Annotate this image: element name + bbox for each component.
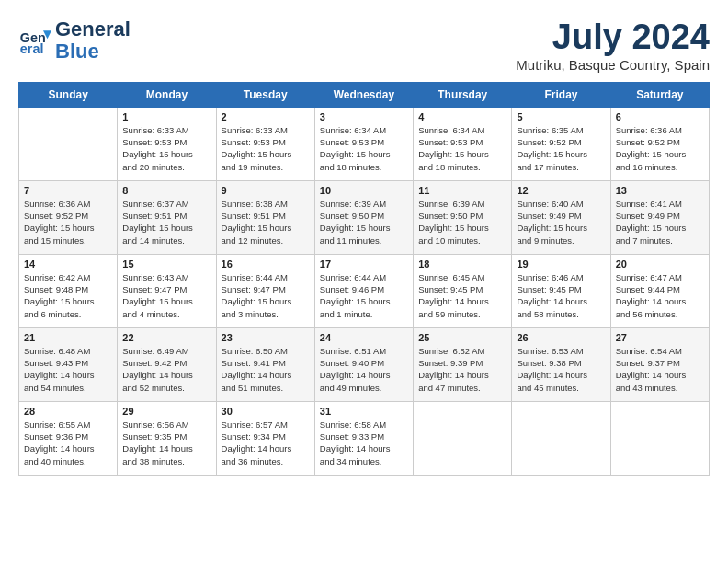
calendar-cell: 4Sunrise: 6:34 AM Sunset: 9:53 PM Daylig… bbox=[414, 107, 512, 180]
calendar-cell: 7Sunrise: 6:36 AM Sunset: 9:52 PM Daylig… bbox=[19, 180, 118, 254]
cell-content: Sunrise: 6:36 AM Sunset: 9:52 PM Dayligh… bbox=[616, 124, 704, 173]
calendar-cell: 9Sunrise: 6:38 AM Sunset: 9:51 PM Daylig… bbox=[216, 180, 314, 254]
calendar-cell: 3Sunrise: 6:34 AM Sunset: 9:53 PM Daylig… bbox=[314, 107, 413, 180]
day-number: 27 bbox=[616, 332, 704, 343]
calendar-cell: 14Sunrise: 6:42 AM Sunset: 9:48 PM Dayli… bbox=[19, 254, 118, 327]
week-row-3: 14Sunrise: 6:42 AM Sunset: 9:48 PM Dayli… bbox=[19, 254, 710, 327]
day-number: 19 bbox=[517, 259, 605, 270]
cell-content: Sunrise: 6:36 AM Sunset: 9:52 PM Dayligh… bbox=[24, 198, 112, 247]
cell-content: Sunrise: 6:50 AM Sunset: 9:41 PM Dayligh… bbox=[222, 345, 310, 394]
calendar-cell bbox=[610, 401, 709, 475]
logo-icon: Gen eral bbox=[18, 24, 51, 57]
calendar-cell: 29Sunrise: 6:56 AM Sunset: 9:35 PM Dayli… bbox=[118, 401, 216, 475]
calendar-cell: 22Sunrise: 6:49 AM Sunset: 9:42 PM Dayli… bbox=[118, 327, 216, 401]
logo: Gen eral General Blue bbox=[18, 18, 131, 63]
calendar-cell: 2Sunrise: 6:33 AM Sunset: 9:53 PM Daylig… bbox=[216, 107, 314, 180]
cell-content: Sunrise: 6:35 AM Sunset: 9:52 PM Dayligh… bbox=[517, 124, 605, 173]
calendar-table: SundayMondayTuesdayWednesdayThursdayFrid… bbox=[18, 82, 710, 476]
calendar-cell bbox=[19, 107, 118, 180]
cell-content: Sunrise: 6:47 AM Sunset: 9:44 PM Dayligh… bbox=[616, 271, 704, 320]
title-block: July 2024 Mutriku, Basque Country, Spain bbox=[516, 18, 710, 73]
cell-content: Sunrise: 6:33 AM Sunset: 9:53 PM Dayligh… bbox=[222, 124, 310, 173]
cell-content: Sunrise: 6:49 AM Sunset: 9:42 PM Dayligh… bbox=[122, 345, 210, 394]
header-day-tuesday: Tuesday bbox=[216, 82, 314, 107]
cell-content: Sunrise: 6:44 AM Sunset: 9:47 PM Dayligh… bbox=[222, 271, 310, 320]
logo-text: General Blue bbox=[55, 18, 131, 63]
calendar-cell: 19Sunrise: 6:46 AM Sunset: 9:45 PM Dayli… bbox=[512, 254, 610, 327]
calendar-cell: 18Sunrise: 6:45 AM Sunset: 9:45 PM Dayli… bbox=[414, 254, 512, 327]
cell-content: Sunrise: 6:44 AM Sunset: 9:46 PM Dayligh… bbox=[320, 271, 408, 320]
cell-content: Sunrise: 6:46 AM Sunset: 9:45 PM Dayligh… bbox=[517, 271, 605, 320]
cell-content: Sunrise: 6:34 AM Sunset: 9:53 PM Dayligh… bbox=[418, 124, 506, 173]
calendar-cell: 20Sunrise: 6:47 AM Sunset: 9:44 PM Dayli… bbox=[610, 254, 709, 327]
day-number: 20 bbox=[616, 259, 704, 270]
header-row: SundayMondayTuesdayWednesdayThursdayFrid… bbox=[19, 82, 710, 107]
day-number: 8 bbox=[122, 185, 210, 196]
cell-content: Sunrise: 6:43 AM Sunset: 9:47 PM Dayligh… bbox=[122, 271, 210, 320]
cell-content: Sunrise: 6:40 AM Sunset: 9:49 PM Dayligh… bbox=[517, 198, 605, 247]
day-number: 11 bbox=[418, 185, 506, 196]
calendar-cell: 25Sunrise: 6:52 AM Sunset: 9:39 PM Dayli… bbox=[414, 327, 512, 401]
cell-content: Sunrise: 6:42 AM Sunset: 9:48 PM Dayligh… bbox=[24, 271, 112, 320]
cell-content: Sunrise: 6:51 AM Sunset: 9:40 PM Dayligh… bbox=[320, 345, 408, 394]
page-header: Gen eral General Blue July 2024 Mutriku,… bbox=[18, 18, 710, 73]
week-row-2: 7Sunrise: 6:36 AM Sunset: 9:52 PM Daylig… bbox=[19, 180, 710, 254]
day-number: 9 bbox=[222, 185, 310, 196]
calendar-cell: 30Sunrise: 6:57 AM Sunset: 9:34 PM Dayli… bbox=[216, 401, 314, 475]
week-row-5: 28Sunrise: 6:55 AM Sunset: 9:36 PM Dayli… bbox=[19, 401, 710, 475]
cell-content: Sunrise: 6:38 AM Sunset: 9:51 PM Dayligh… bbox=[222, 198, 310, 247]
calendar-cell: 1Sunrise: 6:33 AM Sunset: 9:53 PM Daylig… bbox=[118, 107, 216, 180]
day-number: 17 bbox=[320, 259, 408, 270]
cell-content: Sunrise: 6:34 AM Sunset: 9:53 PM Dayligh… bbox=[320, 124, 408, 173]
calendar-cell: 11Sunrise: 6:39 AM Sunset: 9:50 PM Dayli… bbox=[414, 180, 512, 254]
day-number: 7 bbox=[24, 185, 112, 196]
calendar-cell: 21Sunrise: 6:48 AM Sunset: 9:43 PM Dayli… bbox=[19, 327, 118, 401]
day-number: 6 bbox=[616, 111, 704, 122]
calendar-cell bbox=[414, 401, 512, 475]
day-number: 21 bbox=[24, 332, 112, 343]
day-number: 18 bbox=[418, 259, 506, 270]
cell-content: Sunrise: 6:39 AM Sunset: 9:50 PM Dayligh… bbox=[418, 198, 506, 247]
calendar-cell: 27Sunrise: 6:54 AM Sunset: 9:37 PM Dayli… bbox=[610, 327, 709, 401]
calendar-cell: 13Sunrise: 6:41 AM Sunset: 9:49 PM Dayli… bbox=[610, 180, 709, 254]
month-year: July 2024 bbox=[516, 18, 710, 57]
calendar-header: SundayMondayTuesdayWednesdayThursdayFrid… bbox=[19, 82, 710, 107]
week-row-4: 21Sunrise: 6:48 AM Sunset: 9:43 PM Dayli… bbox=[19, 327, 710, 401]
calendar-cell: 10Sunrise: 6:39 AM Sunset: 9:50 PM Dayli… bbox=[314, 180, 413, 254]
day-number: 28 bbox=[24, 406, 112, 417]
header-day-thursday: Thursday bbox=[414, 82, 512, 107]
header-day-monday: Monday bbox=[118, 82, 216, 107]
cell-content: Sunrise: 6:56 AM Sunset: 9:35 PM Dayligh… bbox=[122, 419, 210, 467]
calendar-cell: 16Sunrise: 6:44 AM Sunset: 9:47 PM Dayli… bbox=[216, 254, 314, 327]
svg-text:eral: eral bbox=[20, 42, 44, 57]
calendar-body: 1Sunrise: 6:33 AM Sunset: 9:53 PM Daylig… bbox=[19, 107, 710, 475]
cell-content: Sunrise: 6:39 AM Sunset: 9:50 PM Dayligh… bbox=[320, 198, 408, 247]
day-number: 26 bbox=[517, 332, 605, 343]
day-number: 12 bbox=[517, 185, 605, 196]
day-number: 31 bbox=[320, 406, 408, 417]
calendar-cell bbox=[512, 401, 610, 475]
cell-content: Sunrise: 6:52 AM Sunset: 9:39 PM Dayligh… bbox=[418, 345, 506, 394]
calendar-cell: 15Sunrise: 6:43 AM Sunset: 9:47 PM Dayli… bbox=[118, 254, 216, 327]
header-day-wednesday: Wednesday bbox=[314, 82, 413, 107]
day-number: 25 bbox=[418, 332, 506, 343]
calendar-cell: 24Sunrise: 6:51 AM Sunset: 9:40 PM Dayli… bbox=[314, 327, 413, 401]
day-number: 23 bbox=[222, 332, 310, 343]
day-number: 3 bbox=[320, 111, 408, 122]
location: Mutriku, Basque Country, Spain bbox=[516, 57, 710, 73]
cell-content: Sunrise: 6:55 AM Sunset: 9:36 PM Dayligh… bbox=[24, 419, 112, 467]
calendar-cell: 5Sunrise: 6:35 AM Sunset: 9:52 PM Daylig… bbox=[512, 107, 610, 180]
cell-content: Sunrise: 6:33 AM Sunset: 9:53 PM Dayligh… bbox=[122, 124, 210, 173]
day-number: 5 bbox=[517, 111, 605, 122]
header-day-sunday: Sunday bbox=[19, 82, 118, 107]
day-number: 14 bbox=[24, 259, 112, 270]
cell-content: Sunrise: 6:48 AM Sunset: 9:43 PM Dayligh… bbox=[24, 345, 112, 394]
day-number: 15 bbox=[122, 259, 210, 270]
day-number: 16 bbox=[222, 259, 310, 270]
calendar-cell: 23Sunrise: 6:50 AM Sunset: 9:41 PM Dayli… bbox=[216, 327, 314, 401]
calendar-cell: 6Sunrise: 6:36 AM Sunset: 9:52 PM Daylig… bbox=[610, 107, 709, 180]
cell-content: Sunrise: 6:37 AM Sunset: 9:51 PM Dayligh… bbox=[122, 198, 210, 247]
calendar-cell: 12Sunrise: 6:40 AM Sunset: 9:49 PM Dayli… bbox=[512, 180, 610, 254]
cell-content: Sunrise: 6:53 AM Sunset: 9:38 PM Dayligh… bbox=[517, 345, 605, 394]
day-number: 1 bbox=[122, 111, 210, 122]
